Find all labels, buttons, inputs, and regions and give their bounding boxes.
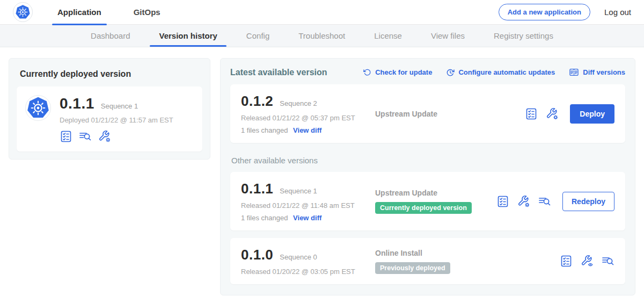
source-label: Online Install [375,249,560,257]
view-config-icon[interactable] [581,255,594,268]
version-info: 0.1.0 Sequence 0 Released 01/20/22 @ 03:… [241,247,375,276]
version-source: Upstream Update Currently deployed versi… [375,189,496,214]
released-timestamp: Released 01/21/22 @ 11:48 am EST [241,201,375,210]
preflight-checks-icon[interactable] [560,255,573,268]
subtab-config-label: Config [246,31,269,40]
version-actions: Redeploy [496,192,614,211]
subtab-license-label: License [374,31,402,40]
sequence-label: Sequence 1 [280,187,317,195]
subtab-config[interactable]: Config [232,25,284,47]
version-actions [560,255,614,268]
currently-deployed-card: 0.1.1 Sequence 1 Deployed 01/21/22 @ 11:… [17,86,202,152]
deploy-button[interactable]: Deploy [570,104,614,124]
subtab-dashboard[interactable]: Dashboard [76,25,144,47]
redeploy-button[interactable]: Redeploy [562,192,614,211]
deploy-logs-icon[interactable] [538,195,551,208]
currently-deployed-panel: Currently deployed version 0.1.1 Sequenc… [9,58,210,160]
version-row-0-1-0: 0.1.0 Sequence 0 Released 01/20/22 @ 03:… [230,238,625,284]
top-tabs: Application GitOps [52,0,187,25]
version-number: 0.1.0 [241,247,273,263]
kubernetes-logo-icon [26,96,50,120]
auto-update-icon [446,68,455,77]
configure-automatic-updates-link[interactable]: Configure automatic updates [446,68,555,77]
top-navigation-bar: Application GitOps Add a new application… [0,0,644,25]
subtab-dashboard-label: Dashboard [91,31,130,40]
version-header-actions: Check for update Configure automatic upd… [363,67,625,77]
check-for-update-label: Check for update [375,68,432,76]
version-history-page: Currently deployed version 0.1.1 Sequenc… [0,47,644,303]
files-changed-text: 1 files changed [241,214,288,222]
version-row-0-1-2: 0.1.2 Sequence 2 Released 01/21/22 @ 05:… [230,84,625,143]
subtab-version-history[interactable]: Version history [144,25,231,47]
released-timestamp: Released 01/20/22 @ 03:05 pm EST [241,268,375,276]
sequence-label: Sequence 2 [280,99,317,107]
version-source: Upstream Update [375,110,525,118]
diff-versions-label: Diff versions [583,68,625,76]
sequence-label: Sequence 0 [280,253,317,261]
diff-versions-link[interactable]: Diff versions [569,67,625,77]
currently-deployed-title: Currently deployed version [20,69,199,79]
subtab-registry-settings[interactable]: Registry settings [479,25,568,47]
refresh-icon [363,68,371,76]
app-logo-avatar [13,2,33,22]
logout-button[interactable]: Log out [604,8,631,17]
other-versions-title: Other available versions [231,156,624,165]
currently-deployed-badge: Currently deployed version [375,202,472,214]
subtab-view-files-label: View files [431,31,465,40]
diff-versions-icon [569,67,579,77]
version-source: Online Install Previously deployed [375,249,560,274]
preflight-checks-icon[interactable] [496,195,509,208]
tab-gitops[interactable]: GitOps [128,0,166,25]
deployed-sequence-label: Sequence 1 [101,102,138,110]
version-number: 0.1.1 [241,181,273,197]
add-new-application-button[interactable]: Add a new application [499,4,590,20]
latest-version-header: Latest available version Check for updat… [230,67,625,77]
deployed-version-number: 0.1.1 [60,95,94,112]
app-subnav: Dashboard Version history Config Trouble… [0,25,644,47]
deploy-logs-icon[interactable] [79,130,92,143]
deployed-icon-row [60,130,173,143]
deployed-card-body: 0.1.1 Sequence 1 Deployed 01/21/22 @ 11:… [60,95,173,143]
tab-application[interactable]: Application [52,0,107,25]
files-changed-text: 1 files changed [241,126,288,134]
released-timestamp: Released 01/21/22 @ 05:37 pm EST [241,114,375,122]
version-info: 0.1.2 Sequence 2 Released 01/21/22 @ 05:… [241,93,375,134]
version-actions: Deploy [525,104,614,124]
view-diff-link[interactable]: View diff [293,214,321,222]
edit-config-icon[interactable] [546,107,559,120]
deployed-app-logo [25,95,51,121]
edit-config-icon[interactable] [517,195,530,208]
check-for-update-link[interactable]: Check for update [363,68,432,76]
preflight-checks-icon[interactable] [60,130,72,143]
tab-application-label: Application [57,8,101,17]
subtab-registry-settings-label: Registry settings [494,31,553,40]
subtab-troubleshoot-label: Troubleshoot [298,31,345,40]
source-label: Upstream Update [375,189,496,197]
configure-automatic-updates-label: Configure automatic updates [458,68,555,76]
subtab-troubleshoot[interactable]: Troubleshoot [284,25,360,47]
version-info: 0.1.1 Sequence 1 Released 01/21/22 @ 11:… [241,181,375,222]
deploy-logs-icon[interactable] [602,255,614,268]
previously-deployed-badge: Previously deployed [375,262,450,274]
kubernetes-logo-icon [15,4,31,20]
latest-version-title: Latest available version [230,68,327,77]
version-number: 0.1.2 [241,93,273,110]
version-row-0-1-1: 0.1.1 Sequence 1 Released 01/21/22 @ 11:… [230,172,625,230]
preflight-checks-icon[interactable] [525,107,538,120]
files-changed-line: 1 files changed View diff [241,126,375,134]
deployed-timestamp: Deployed 01/21/22 @ 11:57 am EST [60,116,173,124]
files-changed-line: 1 files changed View diff [241,214,375,222]
tab-gitops-label: GitOps [134,8,160,17]
source-label: Upstream Update [375,110,525,118]
view-diff-link[interactable]: View diff [293,126,321,134]
subtab-view-files[interactable]: View files [416,25,479,47]
edit-config-icon[interactable] [98,130,111,143]
available-versions-panel: Latest available version Check for updat… [220,58,635,295]
subtab-version-history-label: Version history [159,31,217,40]
subtab-license[interactable]: License [360,25,416,47]
